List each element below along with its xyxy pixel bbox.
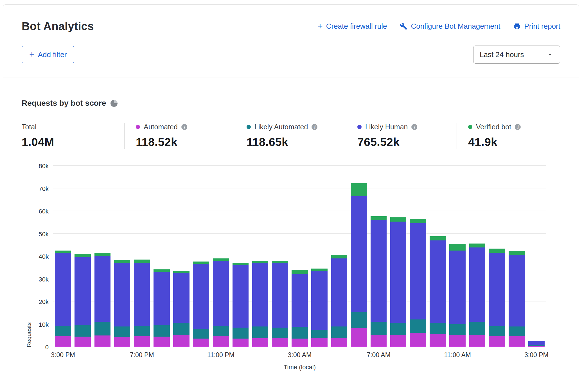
- legend-dot: [247, 125, 251, 129]
- bar-17[interactable]: [389, 166, 408, 347]
- bar-segment-likely-human: [272, 263, 288, 327]
- bar-segment-automated: [430, 334, 446, 347]
- bar-segment-likely-human: [351, 196, 367, 312]
- bot-analytics-page: Bot Analytics + Create firewall rule Con…: [0, 0, 582, 392]
- bar-segment-likely-human: [509, 255, 525, 326]
- bar-3[interactable]: [112, 166, 132, 347]
- bar-11[interactable]: [270, 166, 290, 347]
- bar-segment-verified-bot: [55, 251, 71, 253]
- info-icon[interactable]: i: [411, 124, 417, 130]
- y-tick-label: 10k: [39, 321, 49, 328]
- bar-9[interactable]: [231, 166, 250, 347]
- bar-23[interactable]: [507, 166, 527, 347]
- bar-segment-verified-bot: [430, 236, 446, 240]
- bar-1[interactable]: [73, 166, 93, 347]
- bar-segment-likely-automated: [292, 327, 308, 339]
- chevron-down-icon: [546, 51, 554, 58]
- bar-segment-likely-human: [114, 263, 130, 326]
- bar-segment-likely-human: [371, 220, 387, 322]
- bar-segment-likely-human: [173, 273, 190, 323]
- gridline: [53, 165, 546, 166]
- bar-segment-likely-automated: [55, 326, 71, 336]
- page-title: Bot Analytics: [22, 20, 94, 33]
- stat-label: Likely Automated: [254, 123, 308, 131]
- bar-20[interactable]: [448, 166, 467, 347]
- bar-segment-likely-automated: [193, 329, 209, 339]
- bar-segment-verified-bot: [173, 271, 190, 273]
- bar-24[interactable]: [527, 166, 546, 347]
- bar-segment-automated: [252, 338, 269, 347]
- bar-segment-verified-bot: [489, 249, 505, 253]
- bar-segment-likely-human: [528, 341, 545, 345]
- x-tick-label: 7:00 PM: [130, 351, 154, 359]
- stat-value: 118.52k: [136, 136, 235, 149]
- time-range-select[interactable]: Last 24 hours: [473, 46, 560, 64]
- bar-6[interactable]: [172, 166, 191, 347]
- legend-dot: [357, 125, 362, 129]
- bar-segment-automated: [311, 338, 328, 347]
- y-tick-label: 80k: [39, 163, 49, 170]
- bar-segment-likely-human: [213, 261, 229, 326]
- bar-21[interactable]: [467, 166, 487, 347]
- bar-segment-likely-automated: [430, 323, 446, 334]
- bar-segment-automated: [193, 339, 209, 347]
- bar-segment-verified-bot: [193, 262, 209, 264]
- create-firewall-rule-link[interactable]: + Create firewall rule: [317, 22, 387, 31]
- add-filter-button[interactable]: + Add filter: [22, 46, 74, 63]
- bar-segment-likely-human: [430, 240, 446, 323]
- bar-segment-likely-human: [193, 264, 209, 329]
- stacked-bar: [449, 244, 466, 347]
- bar-2[interactable]: [93, 166, 112, 347]
- configure-bot-management-link[interactable]: Configure Bot Management: [400, 22, 500, 31]
- print-report-label: Print report: [524, 22, 560, 31]
- bar-0[interactable]: [53, 166, 73, 347]
- bar-segment-likely-human: [94, 256, 111, 322]
- bar-segment-likely-human: [489, 253, 505, 326]
- stat-label: Verified bot: [476, 123, 511, 131]
- bar-19[interactable]: [428, 166, 448, 347]
- bar-13[interactable]: [310, 166, 329, 347]
- stat-verified-bot: Verified boti41.9k: [457, 123, 560, 149]
- bar-segment-likely-automated: [371, 322, 387, 335]
- bar-14[interactable]: [329, 166, 349, 347]
- bar-5[interactable]: [152, 166, 172, 347]
- info-icon[interactable]: i: [181, 124, 187, 130]
- y-tick-label: 20k: [39, 298, 49, 306]
- bar-18[interactable]: [408, 166, 428, 347]
- stacked-bar: [351, 183, 367, 347]
- bar-12[interactable]: [290, 166, 310, 347]
- pie-chart-icon: [110, 100, 118, 107]
- y-tick-label: 60k: [39, 208, 49, 215]
- bar-segment-likely-automated: [75, 325, 91, 337]
- printer-icon: [513, 22, 521, 30]
- info-icon[interactable]: i: [515, 124, 521, 130]
- x-tick-label: 3:00 PM: [51, 351, 75, 359]
- bar-10[interactable]: [251, 166, 270, 347]
- card-header: Bot Analytics + Create firewall rule Con…: [3, 5, 579, 78]
- bar-7[interactable]: [191, 166, 211, 347]
- bar-segment-likely-human: [55, 253, 71, 326]
- bar-22[interactable]: [487, 166, 507, 347]
- bar-segment-automated: [213, 336, 229, 347]
- bar-segment-automated: [351, 328, 367, 347]
- bar-segment-automated: [134, 336, 150, 347]
- bar-segment-likely-automated: [469, 322, 486, 335]
- bar-segment-likely-automated: [173, 323, 190, 334]
- create-firewall-rule-label: Create firewall rule: [326, 22, 387, 31]
- bar-4[interactable]: [132, 166, 152, 347]
- bar-8[interactable]: [211, 166, 231, 347]
- bar-15[interactable]: [349, 166, 369, 347]
- print-report-link[interactable]: Print report: [513, 22, 560, 31]
- bar-segment-likely-automated: [390, 323, 407, 335]
- bar-segment-verified-bot: [390, 217, 407, 222]
- info-icon[interactable]: i: [312, 124, 317, 130]
- stacked-bar: [114, 260, 130, 347]
- bar-segment-likely-human: [311, 271, 328, 330]
- stacked-bar: [55, 251, 71, 347]
- bar-16[interactable]: [369, 166, 389, 347]
- bar-segment-automated: [331, 338, 348, 347]
- bar-segment-likely-human: [75, 257, 91, 325]
- stacked-bar: [213, 258, 229, 347]
- bar-segment-verified-bot: [75, 254, 91, 257]
- bar-segment-likely-automated: [134, 326, 150, 336]
